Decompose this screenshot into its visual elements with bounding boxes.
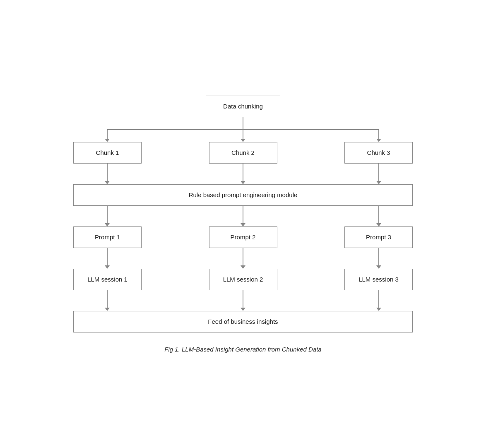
svg-marker-25 (376, 265, 381, 269)
chunk1-col: Chunk 1 (73, 142, 142, 164)
prompt1-col: Prompt 1 (73, 226, 142, 248)
llm1-node: LLM session 1 (73, 269, 142, 290)
svg-marker-12 (241, 181, 245, 184)
chunk1-node: Chunk 1 (73, 142, 142, 164)
svg-marker-11 (105, 181, 110, 184)
prompts-row: Prompt 1 Prompt 2 Prompt 3 (73, 226, 413, 248)
prompt3-label: Prompt 3 (366, 234, 391, 241)
svg-marker-5 (105, 139, 110, 142)
chunk3-col: Chunk 3 (344, 142, 413, 164)
chunk2-col: Chunk 2 (209, 142, 277, 164)
chunk1-label: Chunk 1 (96, 149, 119, 156)
llm2-node: LLM session 2 (209, 269, 277, 290)
svg-marker-18 (241, 223, 245, 226)
feed-label: Feed of business insights (208, 318, 278, 325)
svg-marker-29 (105, 308, 110, 311)
diagram-inner: Data chunking Chunk 1 (57, 96, 429, 332)
svg-marker-17 (105, 223, 110, 226)
llm3-col: LLM session 3 (344, 269, 413, 290)
chunk2-node: Chunk 2 (209, 142, 277, 164)
svg-marker-23 (105, 265, 110, 269)
llm2-col: LLM session 2 (209, 269, 277, 290)
svg-marker-19 (376, 223, 381, 226)
llm2-label: LLM session 2 (223, 276, 263, 283)
data-chunking-node: Data chunking (206, 96, 280, 117)
branch-svg-top (73, 117, 413, 142)
svg-marker-30 (241, 308, 245, 311)
svg-marker-6 (241, 139, 245, 142)
prompt2-col: Prompt 2 (209, 226, 277, 248)
branch-svg-prompts (73, 206, 413, 226)
prompt3-col: Prompt 3 (344, 226, 413, 248)
llm3-label: LLM session 3 (358, 276, 399, 283)
llm3-node: LLM session 3 (344, 269, 413, 290)
chunk3-label: Chunk 3 (367, 149, 390, 156)
chunk2-label: Chunk 2 (231, 149, 255, 156)
feed-node: Feed of business insights (73, 311, 413, 332)
prompt1-label: Prompt 1 (95, 234, 120, 241)
figure-caption-text: Fig 1. LLM-Based Insight Generation from… (164, 346, 321, 353)
branch-svg-llm (73, 248, 413, 269)
svg-marker-31 (376, 308, 381, 311)
branch-svg-middle (73, 164, 413, 184)
diagram-container: Data chunking Chunk 1 (36, 96, 450, 353)
prompt2-node: Prompt 2 (209, 226, 277, 248)
svg-marker-7 (376, 139, 381, 142)
prompt1-node: Prompt 1 (73, 226, 142, 248)
prompt3-node: Prompt 3 (344, 226, 413, 248)
llm1-label: LLM session 1 (87, 276, 128, 283)
rule-based-label: Rule based prompt engineering module (189, 191, 298, 198)
chunk3-node: Chunk 3 (344, 142, 413, 164)
rule-based-node: Rule based prompt engineering module (73, 184, 413, 206)
svg-marker-13 (376, 181, 381, 184)
llm1-col: LLM session 1 (73, 269, 142, 290)
llm-sessions-row: LLM session 1 LLM session 2 LLM session … (73, 269, 413, 290)
prompt2-label: Prompt 2 (231, 234, 256, 241)
data-chunking-label: Data chunking (223, 103, 263, 110)
svg-marker-24 (241, 265, 245, 269)
branch-svg-feed (73, 290, 413, 311)
figure-caption: Fig 1. LLM-Based Insight Generation from… (164, 346, 321, 353)
chunks-row: Chunk 1 Chunk 2 Chunk 3 (73, 142, 413, 164)
